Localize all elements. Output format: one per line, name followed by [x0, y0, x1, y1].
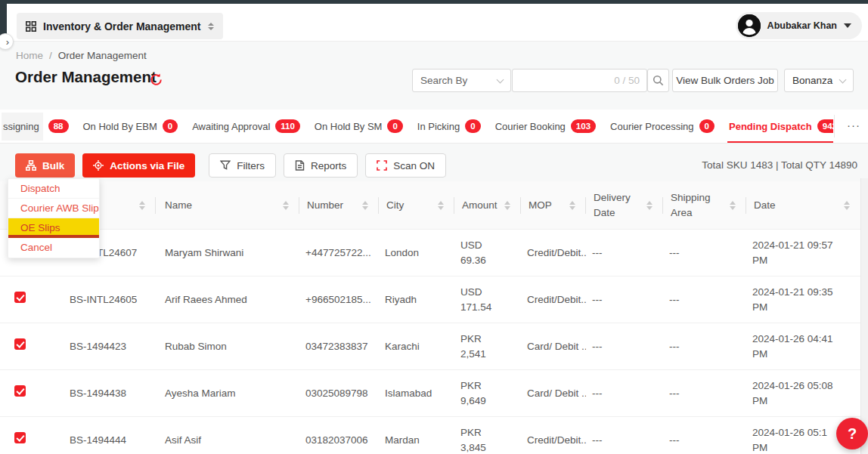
tab[interactable]: On Hold By EBM 0: [83, 110, 178, 143]
sort-icon[interactable]: [438, 201, 444, 210]
tab[interactable]: Courier Processing 0: [610, 110, 715, 143]
delivery-date: ---: [592, 247, 603, 258]
tab[interactable]: ssigning 88: [2, 110, 69, 143]
crosshair-icon: [93, 160, 104, 171]
row-checkbox[interactable]: [14, 338, 26, 350]
tab[interactable]: On Hold By SM 0: [315, 110, 403, 143]
amount: PKR 9,649: [460, 378, 509, 408]
sort-icon[interactable]: [504, 201, 510, 210]
bulk-button[interactable]: Bulk: [15, 153, 75, 178]
view-bulk-orders-button[interactable]: View Bulk Orders Job: [672, 69, 778, 92]
table-row[interactable]: BS-INTL24607 Maryam Shirwani +447725722.…: [0, 230, 860, 276]
order-id: BS-1494444: [70, 434, 126, 446]
sidebar-expand-toggle[interactable]: ›: [0, 33, 14, 50]
table-row[interactable]: BS-1494423 Rubab Simon 03472383837 Karac…: [0, 323, 860, 370]
tab-label: On Hold By EBM: [83, 121, 157, 132]
table-row[interactable]: BS-1494444 Asif Asif 03182037006 Mardan …: [0, 417, 860, 454]
more-tabs-button[interactable]: ···: [847, 119, 860, 131]
header-delivery-date[interactable]: Delivery Date: [586, 181, 663, 229]
phone-number: 03472383837: [305, 341, 368, 352]
scan-on-button[interactable]: Scan ON: [365, 153, 446, 178]
order-id: BS-1494423: [70, 341, 126, 352]
mop: Card/ Debit ...: [527, 341, 586, 352]
column-label: Shipping Area: [671, 190, 718, 220]
header-name[interactable]: Name: [156, 181, 299, 229]
order-id: BS-INTL24605: [70, 294, 137, 305]
table-header: Name Number City Amount MOP Delivery Dat…: [0, 181, 860, 230]
select-updown-icon: [208, 23, 214, 30]
tab-count-badge: 88: [48, 119, 69, 133]
funnel-icon: [220, 160, 231, 171]
bulk-label: Bulk: [42, 160, 64, 171]
row-checkbox[interactable]: [14, 385, 26, 397]
order-id: BS-1494438: [70, 388, 126, 399]
menu-item[interactable]: Courier AWB Slips: [8, 199, 99, 218]
sitemap-icon: [26, 160, 36, 171]
warehouse-select[interactable]: Bonanza: [784, 69, 854, 92]
tab-count-badge: 110: [275, 119, 300, 133]
sort-icon[interactable]: [730, 201, 736, 210]
menu-item-label: Courier AWB Slips: [20, 202, 99, 214]
menu-item[interactable]: OE Slips: [8, 218, 99, 238]
header-mop[interactable]: MOP: [521, 181, 586, 229]
order-date: 2024-01-21 09:35 PM: [752, 285, 842, 314]
delivery-date: ---: [592, 294, 603, 305]
table-row[interactable]: BS-INTL24605 Arif Raees Ahmed +966502185…: [0, 276, 860, 323]
reports-button[interactable]: Reports: [284, 153, 358, 178]
app-switcher[interactable]: Inventory & Order Management: [17, 13, 223, 39]
header-date[interactable]: Date: [746, 181, 860, 229]
order-date: 2024-01-26 04:41 PM: [752, 332, 842, 361]
row-checkbox[interactable]: [14, 292, 26, 303]
tab-label: Courier Processing: [610, 121, 694, 132]
delivery-date: ---: [592, 388, 603, 399]
breadcrumb-home[interactable]: Home: [16, 50, 43, 61]
search-input[interactable]: [519, 75, 614, 86]
header-number[interactable]: Number: [299, 181, 379, 229]
menu-item[interactable]: Dispatch: [8, 179, 99, 199]
tab[interactable]: Pending Dispatch 9429: [729, 110, 833, 143]
tabs: ssigning 88 On Hold By EBM 0 Awaiting Ap…: [2, 110, 833, 143]
user-menu[interactable]: Abubakar Khan: [736, 12, 862, 39]
row-checkbox[interactable]: [14, 432, 26, 443]
sort-icon[interactable]: [283, 201, 289, 210]
table-row[interactable]: BS-1494438 Ayesha Mariam 03025089798 Isl…: [0, 370, 860, 417]
search-counter: 0 / 50: [614, 75, 640, 86]
filters-button[interactable]: Filters: [209, 153, 276, 178]
menu-item[interactable]: Cancel: [8, 238, 99, 258]
tab[interactable]: In Picking 0: [417, 110, 481, 143]
customer-name: Arif Raees Ahmed: [165, 294, 247, 305]
search-by-select[interactable]: Search By: [412, 69, 511, 92]
city: Mardan: [385, 434, 420, 446]
breadcrumb-current: Order Management: [58, 50, 147, 61]
sort-icon[interactable]: [139, 201, 145, 210]
help-button[interactable]: ?: [836, 418, 868, 449]
reports-label: Reports: [311, 160, 346, 171]
avatar: [738, 14, 761, 37]
column-label: Date: [754, 198, 776, 213]
tab[interactable]: Awaiting Approval 110: [192, 110, 300, 143]
column-label: Delivery Date: [594, 190, 640, 220]
order-date: 2024-01-26 05:1 PM: [752, 425, 842, 454]
chevron-down-icon: [844, 23, 851, 28]
vertical-scrollbar[interactable]: [860, 178, 868, 454]
header-shipping-area[interactable]: Shipping Area: [663, 181, 746, 229]
city: Islamabad: [385, 388, 432, 399]
sort-icon[interactable]: [362, 201, 368, 210]
phone-number: +966502185...: [305, 294, 371, 305]
sort-icon[interactable]: [844, 201, 850, 210]
delivery-date: ---: [592, 341, 603, 352]
scan-icon: [377, 160, 387, 171]
mop: Credit/Debit...: [527, 247, 586, 258]
sort-icon[interactable]: [569, 201, 575, 210]
search-button[interactable]: [647, 69, 669, 92]
header-city[interactable]: City: [379, 181, 454, 229]
column-label: MOP: [529, 198, 552, 213]
sort-icon[interactable]: [646, 201, 653, 210]
search-by-label: Search By: [420, 75, 467, 86]
tab[interactable]: Courier Booking 103: [495, 110, 596, 143]
actions-via-file-button[interactable]: Actions via File: [82, 153, 195, 178]
phone-number: 03182037006: [305, 434, 368, 446]
header-amount[interactable]: Amount: [454, 181, 521, 229]
refresh-icon[interactable]: [149, 73, 163, 87]
menu-item-label: OE Slips: [20, 222, 60, 233]
